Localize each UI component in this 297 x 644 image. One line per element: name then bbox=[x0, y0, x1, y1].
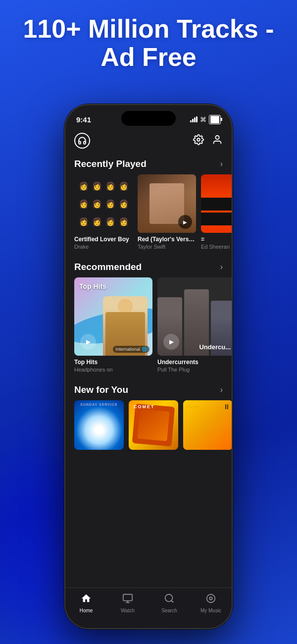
recommended-title: Recommended bbox=[74, 262, 142, 272]
nav-item-watch[interactable]: Watch bbox=[107, 593, 148, 613]
emoji-grid-clb: 👩 👩 👩 👩 👩 👩 👩 👩 👩 👩 👩 👩 bbox=[74, 174, 133, 233]
search-label: Search bbox=[161, 608, 177, 613]
recently-played-header: Recently Played › bbox=[65, 155, 232, 174]
play-button-undercurrents[interactable]: ▶ bbox=[163, 334, 179, 350]
album-title-es: = bbox=[201, 236, 232, 243]
signal-icon bbox=[190, 116, 198, 122]
phone-mockup: 9:41 ⌘ bbox=[64, 104, 233, 629]
rec-card-top-hits[interactable]: Top Hits International 🌐 ▶ Top Hits Head… bbox=[74, 277, 152, 373]
home-icon bbox=[81, 593, 92, 606]
play-button-red[interactable]: ▶ bbox=[178, 215, 192, 229]
nfy-card-3[interactable]: OUAK ⏸ bbox=[183, 400, 232, 450]
nfy-card-2[interactable]: COMET bbox=[129, 400, 178, 450]
app-logo[interactable] bbox=[74, 133, 90, 149]
status-time: 9:41 bbox=[76, 115, 91, 124]
recently-played-row: 👩 👩 👩 👩 👩 👩 👩 👩 👩 👩 👩 👩 bbox=[65, 174, 232, 250]
dynamic-island bbox=[121, 111, 176, 126]
svg-rect-2 bbox=[123, 594, 132, 601]
recommended-header: Recommended › bbox=[65, 258, 232, 277]
rec-sub-top-hits: Headphones on bbox=[74, 367, 152, 373]
album-art-red: ▶ bbox=[138, 174, 196, 233]
svg-point-1 bbox=[215, 135, 219, 139]
play-button-top-hits[interactable]: ▶ bbox=[80, 334, 96, 350]
battery-icon bbox=[209, 115, 221, 124]
nav-item-my-music[interactable]: My Music bbox=[190, 593, 232, 613]
album-artist-red: Taylor Swift bbox=[138, 244, 196, 250]
app-content: Recently Played › 👩 👩 👩 👩 👩 👩 � bbox=[65, 127, 232, 588]
rec-sub-undercurrents: Pull The Plug bbox=[157, 367, 232, 373]
album-card-red[interactable]: ▶ Red (Taylor's Version) Taylor Swift bbox=[138, 174, 196, 250]
recommended-chevron[interactable]: › bbox=[220, 263, 223, 271]
nav-item-search[interactable]: Search bbox=[148, 593, 190, 613]
album-card-clb[interactable]: 👩 👩 👩 👩 👩 👩 👩 👩 👩 👩 👩 👩 bbox=[74, 174, 133, 250]
nfy-art-3: OUAK ⏸ bbox=[183, 400, 232, 450]
app-header bbox=[65, 127, 232, 155]
bottom-navigation: Home Watch Search bbox=[65, 588, 232, 628]
svg-point-5 bbox=[209, 597, 212, 600]
nfy-artwork-yellow: OUAK ⏸ bbox=[183, 400, 232, 450]
new-for-you-title: New for You bbox=[74, 384, 128, 395]
wifi-icon: ⌘ bbox=[200, 116, 206, 123]
rec-title-undercurrents: Undercurrents bbox=[157, 359, 232, 366]
album-card-es[interactable]: ▶ = Ed Sheeran bbox=[201, 174, 232, 250]
status-icons: ⌘ bbox=[190, 115, 221, 124]
nfy-art-2: COMET bbox=[129, 400, 178, 450]
new-for-you-chevron[interactable]: › bbox=[220, 385, 223, 394]
nfy-artwork-blue: SUNDAY SERVICE bbox=[74, 400, 124, 450]
recently-played-title: Recently Played bbox=[74, 159, 147, 169]
es-artwork bbox=[201, 174, 232, 233]
my-music-label: My Music bbox=[200, 608, 221, 613]
rec-card-undercurrents[interactable]: Undercu... ▶ Undercurrents Pull The Plug bbox=[157, 277, 232, 373]
album-artist-clb: Drake bbox=[74, 244, 133, 250]
search-icon bbox=[164, 593, 175, 606]
rec-art-top-hits: Top Hits International 🌐 ▶ bbox=[74, 277, 152, 356]
home-label: Home bbox=[80, 608, 93, 613]
album-art-es: ▶ bbox=[201, 174, 232, 233]
watch-label: Watch bbox=[121, 608, 135, 613]
rec-art-undercurrents: Undercu... ▶ bbox=[157, 277, 232, 356]
header-icons bbox=[193, 134, 223, 148]
my-music-icon bbox=[205, 593, 216, 606]
gear-icon[interactable] bbox=[193, 134, 204, 148]
album-artist-es: Ed Sheeran bbox=[201, 244, 232, 250]
nfy-card-1[interactable]: SUNDAY SERVICE bbox=[74, 400, 124, 450]
album-title-red: Red (Taylor's Version) bbox=[138, 236, 196, 243]
top-hits-label: Top Hits bbox=[79, 282, 106, 290]
new-for-you-row: SUNDAY SERVICE COMET OUAK bbox=[65, 400, 232, 450]
album-title-clb: Certified Lover Boy bbox=[74, 236, 133, 243]
svg-point-0 bbox=[197, 138, 200, 141]
phone-screen: 9:41 ⌘ bbox=[64, 104, 233, 629]
nfy-artwork-orange: COMET bbox=[129, 400, 178, 450]
international-badge: International 🌐 bbox=[113, 346, 149, 353]
album-art-clb: 👩 👩 👩 👩 👩 👩 👩 👩 👩 👩 👩 👩 bbox=[74, 174, 133, 233]
svg-point-3 bbox=[165, 594, 173, 602]
person-icon[interactable] bbox=[212, 134, 223, 148]
new-for-you-header: New for You › bbox=[65, 380, 232, 400]
nfy-art-1: SUNDAY SERVICE bbox=[74, 400, 124, 450]
hero-title: 110+ Million Tracks - Ad Free bbox=[0, 15, 297, 71]
recently-played-chevron[interactable]: › bbox=[220, 160, 223, 168]
svg-point-4 bbox=[207, 594, 215, 603]
watch-icon bbox=[122, 593, 133, 606]
recommended-row: Top Hits International 🌐 ▶ Top Hits Head… bbox=[65, 277, 232, 373]
undercurrents-label: Undercu... bbox=[199, 343, 231, 351]
nav-item-home[interactable]: Home bbox=[65, 593, 107, 613]
rec-title-top-hits: Top Hits bbox=[74, 359, 152, 366]
